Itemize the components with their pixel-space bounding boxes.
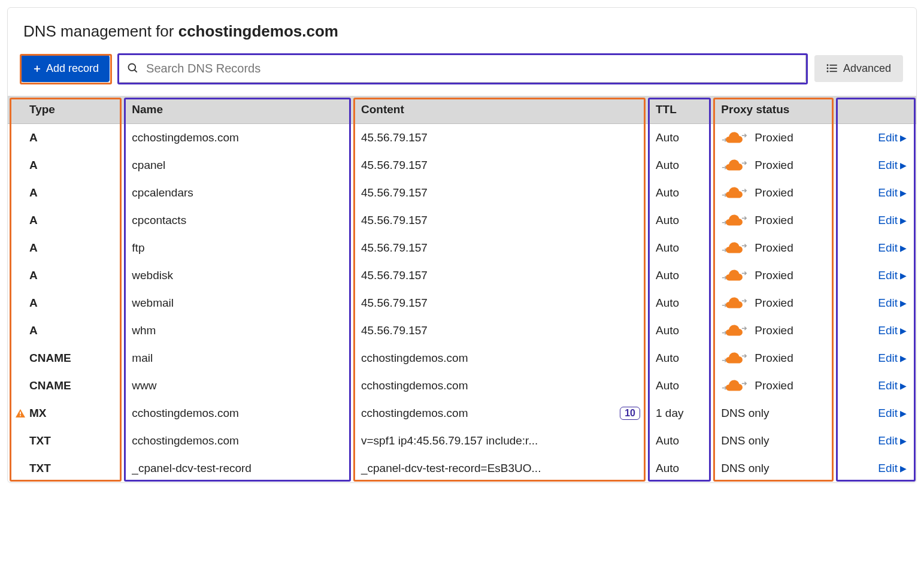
add-record-label: Add record xyxy=(46,62,99,75)
record-actions: Edit▶ xyxy=(834,455,916,482)
caret-right-icon: ▶ xyxy=(900,353,907,363)
record-content: cchostingdemos.com10 xyxy=(352,400,646,427)
record-name: _cpanel-dcv-test-record xyxy=(122,455,352,482)
caret-right-icon: ▶ xyxy=(900,298,907,308)
record-content: 45.56.79.157 xyxy=(352,317,646,344)
table-row: TXTcchostingdemos.comv=spf1 ip4:45.56.79… xyxy=(8,427,916,455)
priority-badge: 10 xyxy=(620,407,640,420)
record-type: A xyxy=(8,207,122,234)
record-type: A xyxy=(8,317,122,344)
edit-link[interactable]: Edit▶ xyxy=(878,159,907,172)
title-domain: cchostingdemos.com xyxy=(178,22,338,40)
record-proxy-status[interactable]: Proxied xyxy=(711,207,834,234)
edit-link[interactable]: Edit▶ xyxy=(878,462,907,475)
record-proxy-status[interactable]: Proxied xyxy=(711,262,834,289)
col-header-name[interactable]: Name xyxy=(122,96,352,124)
record-type: TXT xyxy=(8,455,122,482)
record-proxy-status[interactable]: Proxied xyxy=(711,179,834,207)
add-record-button[interactable]: ＋ Add record xyxy=(21,55,110,82)
edit-link[interactable]: Edit▶ xyxy=(878,186,907,199)
table-row: Awebmail45.56.79.157Auto ProxiedEdit▶ xyxy=(8,289,916,317)
proxied-cloud-icon xyxy=(721,379,747,392)
record-type: A xyxy=(8,152,122,179)
edit-link[interactable]: Edit▶ xyxy=(878,131,907,144)
proxied-cloud-icon xyxy=(721,352,747,365)
record-ttl: Auto xyxy=(646,344,711,372)
record-proxy-status[interactable]: Proxied xyxy=(711,152,834,179)
record-ttl: Auto xyxy=(646,207,711,234)
list-icon xyxy=(826,64,837,72)
search-input[interactable] xyxy=(119,62,805,75)
table-row: MXcchostingdemos.comcchostingdemos.com10… xyxy=(8,400,916,427)
record-actions: Edit▶ xyxy=(834,207,916,234)
record-ttl: Auto xyxy=(646,317,711,344)
record-type: TXT xyxy=(8,427,122,455)
record-ttl: Auto xyxy=(646,124,711,152)
col-header-proxy[interactable]: Proxy status xyxy=(711,96,834,124)
record-content: 45.56.79.157 xyxy=(352,234,646,262)
col-header-type[interactable]: Type xyxy=(8,96,122,124)
record-proxy-status[interactable]: Proxied xyxy=(711,372,834,400)
record-proxy-status[interactable]: DNS only xyxy=(711,400,834,427)
edit-link[interactable]: Edit▶ xyxy=(878,269,907,282)
edit-link[interactable]: Edit▶ xyxy=(878,296,907,310)
advanced-label: Advanced xyxy=(843,62,891,75)
record-proxy-status[interactable]: Proxied xyxy=(711,234,834,262)
edit-link[interactable]: Edit▶ xyxy=(878,214,907,227)
table-row: Aftp45.56.79.157Auto ProxiedEdit▶ xyxy=(8,234,916,262)
edit-link[interactable]: Edit▶ xyxy=(878,434,907,447)
proxied-cloud-icon xyxy=(721,324,747,337)
svg-rect-7 xyxy=(829,71,837,72)
table-body: Acchostingdemos.com45.56.79.157Auto Prox… xyxy=(8,124,916,483)
caret-right-icon: ▶ xyxy=(900,133,907,143)
svg-point-2 xyxy=(827,64,829,66)
svg-point-4 xyxy=(827,68,829,69)
caret-right-icon: ▶ xyxy=(900,271,907,280)
record-type: A xyxy=(8,179,122,207)
record-ttl: Auto xyxy=(646,455,711,482)
record-name: cpcontacts xyxy=(122,207,352,234)
advanced-button[interactable]: Advanced xyxy=(814,55,903,82)
edit-link[interactable]: Edit▶ xyxy=(878,352,907,365)
record-proxy-status[interactable]: Proxied xyxy=(711,124,834,152)
search-box[interactable] xyxy=(118,54,806,83)
dns-panel: DNS management for cchostingdemos.com ＋ … xyxy=(7,7,917,483)
record-actions: Edit▶ xyxy=(834,179,916,207)
edit-link[interactable]: Edit▶ xyxy=(878,407,907,420)
table-row: CNAMEmailcchostingdemos.comAuto ProxiedE… xyxy=(8,344,916,372)
record-proxy-status[interactable]: Proxied xyxy=(711,344,834,372)
record-ttl: Auto xyxy=(646,179,711,207)
record-type: A xyxy=(8,289,122,317)
record-content: _cpanel-dcv-test-record=EsB3UO... xyxy=(352,455,646,482)
record-content: v=spf1 ip4:45.56.79.157 include:r... xyxy=(352,427,646,455)
record-content: 45.56.79.157 xyxy=(352,207,646,234)
record-ttl: Auto xyxy=(646,289,711,317)
record-ttl: 1 day xyxy=(646,400,711,427)
record-proxy-status[interactable]: DNS only xyxy=(711,455,834,482)
toolbar: ＋ Add record Advanced xyxy=(8,54,916,96)
record-ttl: Auto xyxy=(646,152,711,179)
record-name: whm xyxy=(122,317,352,344)
col-header-content[interactable]: Content xyxy=(352,96,646,124)
proxied-cloud-icon xyxy=(721,269,747,282)
record-name: cchostingdemos.com xyxy=(122,400,352,427)
caret-right-icon: ▶ xyxy=(900,243,907,253)
col-header-ttl[interactable]: TTL xyxy=(646,96,711,124)
record-proxy-status[interactable]: Proxied xyxy=(711,289,834,317)
record-proxy-status[interactable]: Proxied xyxy=(711,317,834,344)
record-ttl: Auto xyxy=(646,427,711,455)
caret-right-icon: ▶ xyxy=(900,326,907,335)
title-prefix: DNS management for xyxy=(23,22,178,40)
table-row: Awhm45.56.79.157Auto ProxiedEdit▶ xyxy=(8,317,916,344)
table-row: Acchostingdemos.com45.56.79.157Auto Prox… xyxy=(8,124,916,152)
record-name: mail xyxy=(122,344,352,372)
edit-link[interactable]: Edit▶ xyxy=(878,324,907,337)
edit-link[interactable]: Edit▶ xyxy=(878,241,907,255)
edit-link[interactable]: Edit▶ xyxy=(878,379,907,392)
caret-right-icon: ▶ xyxy=(900,464,907,473)
table-row: CNAMEwwwcchostingdemos.comAuto ProxiedEd… xyxy=(8,372,916,400)
page-title: DNS management for cchostingdemos.com xyxy=(8,19,916,54)
record-actions: Edit▶ xyxy=(834,317,916,344)
record-proxy-status[interactable]: DNS only xyxy=(711,427,834,455)
record-content: 45.56.79.157 xyxy=(352,124,646,152)
